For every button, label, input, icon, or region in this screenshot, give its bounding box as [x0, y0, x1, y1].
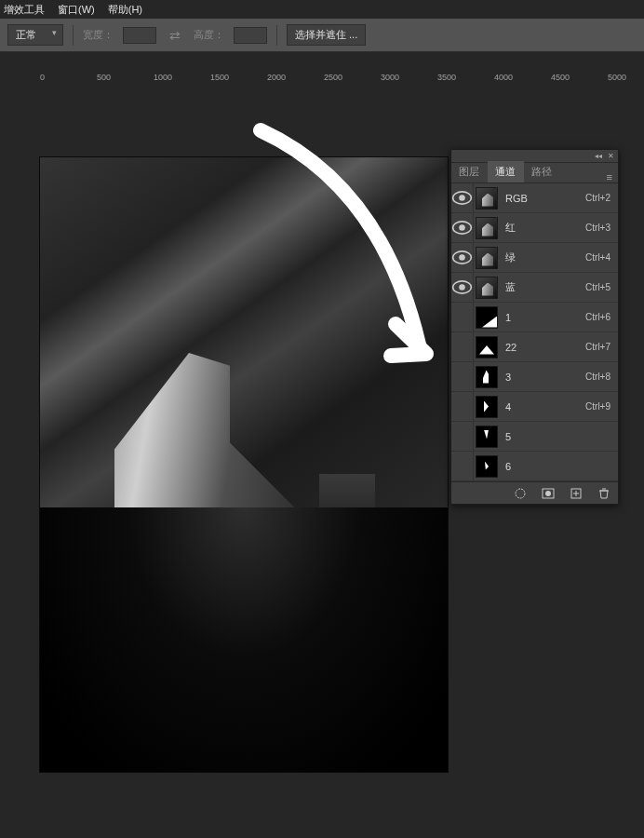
- separator: [73, 25, 74, 46]
- channel-shortcut: Ctrl+9: [585, 401, 610, 412]
- panel-tabs: 图层 通道 路径 ≡: [451, 163, 618, 183]
- visibility-toggle[interactable]: [451, 422, 474, 451]
- close-icon[interactable]: ✕: [608, 152, 614, 160]
- ruler-tick: 0: [40, 73, 45, 82]
- swap-icon[interactable]: ⇄: [166, 28, 184, 43]
- channel-name: RGB: [505, 193, 585, 204]
- channel-row[interactable]: 6: [451, 452, 618, 481]
- channel-name: 6: [505, 461, 610, 472]
- channel-shortcut: Ctrl+8: [585, 372, 610, 382]
- ruler-tick: 1000: [154, 73, 172, 82]
- menu-plugin[interactable]: 增效工具: [4, 3, 45, 17]
- options-bar: 正常 宽度： ⇄ 高度： 选择并遮住 ...: [0, 19, 644, 52]
- svg-point-3: [459, 224, 465, 231]
- ruler-tick: 5000: [608, 73, 626, 82]
- ruler-tick: 2500: [324, 73, 342, 82]
- visibility-toggle[interactable]: [451, 392, 474, 421]
- svg-point-1: [459, 195, 465, 201]
- menu-window[interactable]: 窗口(W): [58, 3, 95, 17]
- channel-shortcut: Ctrl+7: [585, 342, 610, 352]
- channel-thumbnail: [476, 426, 498, 448]
- select-and-mask-button[interactable]: 选择并遮住 ...: [287, 24, 366, 46]
- channel-thumbnail: [476, 187, 498, 210]
- channel-thumbnail: [476, 277, 498, 299]
- channel-name: 1: [505, 312, 585, 323]
- tab-channels[interactable]: 通道: [488, 161, 524, 182]
- channel-thumbnail: [476, 217, 498, 239]
- channel-name: 绿: [505, 250, 585, 264]
- visibility-toggle[interactable]: [451, 362, 474, 391]
- visibility-toggle[interactable]: [451, 183, 474, 212]
- height-input[interactable]: [234, 27, 267, 44]
- menubar: 增效工具 窗口(W) 帮助(H): [0, 0, 644, 19]
- visibility-toggle[interactable]: [451, 303, 474, 331]
- channel-name: 3: [505, 372, 585, 383]
- visibility-toggle[interactable]: [451, 452, 474, 480]
- separator: [276, 25, 277, 46]
- delete-channel-icon[interactable]: [597, 487, 610, 500]
- svg-point-10: [545, 491, 551, 496]
- channel-shortcut: Ctrl+6: [585, 312, 610, 322]
- svg-point-7: [459, 284, 465, 291]
- selection-icon[interactable]: [514, 487, 527, 500]
- ruler-tick: 3500: [437, 73, 456, 82]
- channel-row[interactable]: RGBCtrl+2: [451, 183, 618, 213]
- channel-thumbnail: [476, 455, 498, 478]
- visibility-toggle[interactable]: [451, 332, 474, 361]
- visibility-toggle[interactable]: [451, 213, 474, 242]
- channel-thumbnail: [476, 366, 498, 388]
- svg-point-5: [459, 254, 465, 261]
- width-label: 宽度：: [83, 28, 114, 42]
- channel-row[interactable]: 4Ctrl+9: [451, 392, 618, 422]
- channel-row[interactable]: 蓝Ctrl+5: [451, 273, 618, 303]
- channel-name: 22: [505, 342, 585, 353]
- menu-help[interactable]: 帮助(H): [108, 3, 142, 17]
- ruler-tick: 2000: [267, 73, 286, 82]
- mode-select[interactable]: 正常: [7, 24, 63, 46]
- ruler-tick: 4000: [494, 73, 513, 82]
- ruler-tick: 4500: [551, 73, 570, 82]
- width-input[interactable]: [123, 27, 156, 44]
- new-channel-icon[interactable]: [570, 487, 583, 500]
- eye-icon: [451, 277, 473, 298]
- channel-name: 4: [505, 401, 585, 412]
- channel-shortcut: Ctrl+3: [585, 223, 610, 233]
- eye-icon: [451, 247, 473, 268]
- channels-panel: ◂◂ ✕ 图层 通道 路径 ≡ RGBCtrl+2红Ctrl+3绿Ctrl+4蓝…: [450, 149, 619, 505]
- channel-name: 5: [505, 431, 610, 442]
- channel-row[interactable]: 1Ctrl+6: [451, 303, 618, 332]
- channel-thumbnail: [476, 336, 498, 358]
- tab-layers[interactable]: 图层: [451, 161, 488, 182]
- visibility-toggle[interactable]: [451, 273, 474, 302]
- ruler-horizontal: 0500100015002000250030003500400045005000: [0, 69, 644, 86]
- channel-thumbnail: [476, 247, 498, 269]
- channel-row[interactable]: 5: [451, 422, 618, 452]
- eye-icon: [451, 187, 473, 209]
- height-label: 高度：: [194, 28, 224, 42]
- channel-list: RGBCtrl+2红Ctrl+3绿Ctrl+4蓝Ctrl+51Ctrl+622C…: [451, 183, 618, 481]
- mask-icon[interactable]: [542, 487, 555, 500]
- tab-paths[interactable]: 路径: [524, 161, 560, 182]
- panel-footer: [451, 481, 618, 504]
- channel-row[interactable]: 绿Ctrl+4: [451, 243, 618, 273]
- image-ground: [40, 507, 448, 772]
- ruler-tick: 3000: [381, 73, 399, 82]
- ruler-tick: 1500: [210, 73, 229, 82]
- channel-name: 红: [505, 221, 585, 235]
- svg-point-8: [516, 489, 525, 498]
- collapse-icon[interactable]: ◂◂: [595, 152, 602, 160]
- channel-thumbnail: [476, 306, 498, 329]
- channel-shortcut: Ctrl+5: [585, 282, 610, 292]
- channel-row[interactable]: 3Ctrl+8: [451, 362, 618, 392]
- channel-thumbnail: [476, 396, 498, 418]
- visibility-toggle[interactable]: [451, 243, 474, 272]
- channel-row[interactable]: 22Ctrl+7: [451, 332, 618, 362]
- channel-shortcut: Ctrl+4: [585, 252, 610, 263]
- ruler-tick: 500: [97, 73, 111, 82]
- eye-icon: [451, 217, 473, 238]
- channel-row[interactable]: 红Ctrl+3: [451, 213, 618, 243]
- channel-name: 蓝: [505, 280, 585, 294]
- document-canvas[interactable]: [39, 156, 449, 773]
- panel-menu-icon[interactable]: ≡: [607, 171, 612, 182]
- channel-shortcut: Ctrl+2: [585, 193, 610, 203]
